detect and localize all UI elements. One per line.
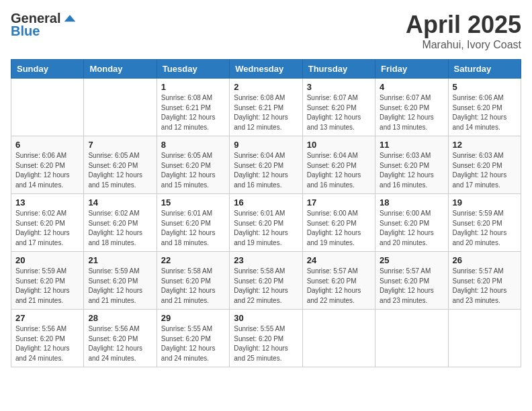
day-info: Sunrise: 6:05 AM Sunset: 6:20 PM Dayligh… [161,151,225,190]
calendar-cell: 11Sunrise: 6:03 AM Sunset: 6:20 PM Dayli… [375,136,448,194]
calendar-cell: 2Sunrise: 6:08 AM Sunset: 6:21 PM Daylig… [230,79,302,136]
page-header: General Blue April 2025 Marahui, Ivory C… [11,11,521,51]
day-number: 7 [88,140,152,150]
logo-blue: Blue [11,24,40,39]
calendar-cell: 8Sunrise: 6:05 AM Sunset: 6:20 PM Daylig… [157,136,229,194]
day-info: Sunrise: 6:08 AM Sunset: 6:21 PM Dayligh… [234,93,298,132]
calendar-cell: 16Sunrise: 6:01 AM Sunset: 6:20 PM Dayli… [230,194,302,252]
day-number: 25 [380,255,443,265]
day-number: 20 [15,255,79,265]
day-number: 17 [307,197,371,208]
day-number: 22 [161,255,225,265]
day-info: Sunrise: 5:59 AM Sunset: 6:20 PM Dayligh… [88,267,152,306]
calendar-cell [302,310,375,367]
day-info: Sunrise: 5:55 AM Sunset: 6:20 PM Dayligh… [161,324,225,363]
calendar-cell: 21Sunrise: 5:59 AM Sunset: 6:20 PM Dayli… [84,252,157,310]
calendar-cell: 23Sunrise: 5:58 AM Sunset: 6:20 PM Dayli… [230,252,302,310]
day-number: 6 [15,140,79,150]
day-info: Sunrise: 6:00 AM Sunset: 6:20 PM Dayligh… [307,209,371,248]
calendar-day-header: Tuesday [157,60,229,79]
calendar-day-header: Monday [84,60,157,79]
day-info: Sunrise: 6:03 AM Sunset: 6:20 PM Dayligh… [453,151,517,190]
svg-marker-0 [64,15,76,21]
calendar-cell: 1Sunrise: 6:08 AM Sunset: 6:21 PM Daylig… [157,79,229,136]
day-number: 24 [307,255,371,265]
day-info: Sunrise: 5:55 AM Sunset: 6:20 PM Dayligh… [234,324,298,363]
calendar-header-row: SundayMondayTuesdayWednesdayThursdayFrid… [11,60,521,79]
calendar-cell: 27Sunrise: 5:56 AM Sunset: 6:20 PM Dayli… [11,310,84,367]
day-info: Sunrise: 6:08 AM Sunset: 6:21 PM Dayligh… [161,93,225,132]
calendar-cell: 26Sunrise: 5:57 AM Sunset: 6:20 PM Dayli… [448,252,521,310]
day-info: Sunrise: 6:04 AM Sunset: 6:20 PM Dayligh… [234,151,298,190]
calendar-week-row: 27Sunrise: 5:56 AM Sunset: 6:20 PM Dayli… [11,310,521,367]
day-number: 18 [380,197,443,208]
day-info: Sunrise: 6:02 AM Sunset: 6:20 PM Dayligh… [15,209,79,248]
logo-icon [63,12,77,26]
calendar-week-row: 13Sunrise: 6:02 AM Sunset: 6:20 PM Dayli… [11,194,521,252]
day-number: 26 [453,255,517,265]
calendar-cell: 22Sunrise: 5:58 AM Sunset: 6:20 PM Dayli… [157,252,229,310]
calendar-day-header: Thursday [302,60,375,79]
day-info: Sunrise: 6:06 AM Sunset: 6:20 PM Dayligh… [15,151,79,190]
calendar-cell: 19Sunrise: 5:59 AM Sunset: 6:20 PM Dayli… [448,194,521,252]
calendar-cell [375,310,448,367]
title-section: April 2025 Marahui, Ivory Coast [406,11,521,51]
day-info: Sunrise: 6:01 AM Sunset: 6:20 PM Dayligh… [161,209,225,248]
calendar-table: SundayMondayTuesdayWednesdayThursdayFrid… [11,59,521,367]
day-number: 30 [234,313,298,323]
day-number: 28 [88,313,152,323]
day-info: Sunrise: 6:07 AM Sunset: 6:20 PM Dayligh… [380,93,443,132]
calendar-cell: 7Sunrise: 6:05 AM Sunset: 6:20 PM Daylig… [84,136,157,194]
day-number: 5 [453,82,517,92]
day-info: Sunrise: 5:56 AM Sunset: 6:20 PM Dayligh… [15,324,79,363]
calendar-cell: 17Sunrise: 6:00 AM Sunset: 6:20 PM Dayli… [302,194,375,252]
day-number: 12 [453,140,517,150]
day-number: 23 [234,255,298,265]
calendar-day-header: Sunday [11,60,84,79]
calendar-cell: 18Sunrise: 6:00 AM Sunset: 6:20 PM Dayli… [375,194,448,252]
day-info: Sunrise: 6:06 AM Sunset: 6:20 PM Dayligh… [453,93,517,132]
day-number: 13 [15,197,79,208]
day-info: Sunrise: 6:05 AM Sunset: 6:20 PM Dayligh… [88,151,152,190]
day-number: 8 [161,140,225,150]
day-number: 19 [453,197,517,208]
day-info: Sunrise: 6:02 AM Sunset: 6:20 PM Dayligh… [88,209,152,248]
day-info: Sunrise: 5:57 AM Sunset: 6:20 PM Dayligh… [453,267,517,306]
day-number: 27 [15,313,79,323]
day-number: 9 [234,140,298,150]
calendar-week-row: 20Sunrise: 5:59 AM Sunset: 6:20 PM Dayli… [11,252,521,310]
calendar-cell: 28Sunrise: 5:56 AM Sunset: 6:20 PM Dayli… [84,310,157,367]
calendar-cell: 13Sunrise: 6:02 AM Sunset: 6:20 PM Dayli… [11,194,84,252]
calendar-cell: 15Sunrise: 6:01 AM Sunset: 6:20 PM Dayli… [157,194,229,252]
day-info: Sunrise: 6:00 AM Sunset: 6:20 PM Dayligh… [380,209,443,248]
day-number: 14 [88,197,152,208]
day-info: Sunrise: 5:58 AM Sunset: 6:20 PM Dayligh… [161,267,225,306]
calendar-cell: 25Sunrise: 5:57 AM Sunset: 6:20 PM Dayli… [375,252,448,310]
day-info: Sunrise: 5:59 AM Sunset: 6:20 PM Dayligh… [15,267,79,306]
day-number: 11 [380,140,443,150]
day-info: Sunrise: 5:57 AM Sunset: 6:20 PM Dayligh… [380,267,443,306]
day-number: 29 [161,313,225,323]
day-number: 4 [380,82,443,92]
location-title: Marahui, Ivory Coast [406,39,521,51]
calendar-day-header: Wednesday [230,60,302,79]
calendar-cell: 10Sunrise: 6:04 AM Sunset: 6:20 PM Dayli… [302,136,375,194]
calendar-cell: 3Sunrise: 6:07 AM Sunset: 6:20 PM Daylig… [302,79,375,136]
calendar-cell: 30Sunrise: 5:55 AM Sunset: 6:20 PM Dayli… [230,310,302,367]
calendar-cell: 9Sunrise: 6:04 AM Sunset: 6:20 PM Daylig… [230,136,302,194]
day-number: 2 [234,82,298,92]
day-info: Sunrise: 5:56 AM Sunset: 6:20 PM Dayligh… [88,324,152,363]
calendar-day-header: Friday [375,60,448,79]
day-number: 16 [234,197,298,208]
calendar-day-header: Saturday [448,60,521,79]
day-number: 21 [88,255,152,265]
day-info: Sunrise: 6:04 AM Sunset: 6:20 PM Dayligh… [307,151,371,190]
calendar-cell: 5Sunrise: 6:06 AM Sunset: 6:20 PM Daylig… [448,79,521,136]
logo: General Blue [11,11,77,39]
calendar-cell: 6Sunrise: 6:06 AM Sunset: 6:20 PM Daylig… [11,136,84,194]
calendar-week-row: 6Sunrise: 6:06 AM Sunset: 6:20 PM Daylig… [11,136,521,194]
calendar-cell: 14Sunrise: 6:02 AM Sunset: 6:20 PM Dayli… [84,194,157,252]
calendar-cell: 20Sunrise: 5:59 AM Sunset: 6:20 PM Dayli… [11,252,84,310]
day-number: 1 [161,82,225,92]
day-number: 10 [307,140,371,150]
